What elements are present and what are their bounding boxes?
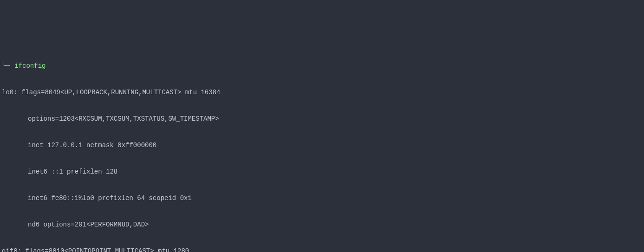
output-line: inet6 fe80::1%lo0 prefixlen 64 scopeid 0… [2,194,642,203]
terminal-output: └─ ifconfig lo0: flags=8049<UP,LOOPBACK,… [0,44,644,252]
output-line: gif0: flags=8010<POINTOPOINT,MULTICAST> … [2,247,642,252]
command-text: ifconfig [14,62,46,71]
spacer [11,62,14,71]
output-line: inet6 ::1 prefixlen 128 [2,168,642,176]
output-line: inet 127.0.0.1 netmask 0xff000000 [2,141,642,150]
output-line: nd6 options=201<PERFORMNUD,DAD> [2,220,642,229]
output-line: lo0: flags=8049<UP,LOOPBACK,RUNNING,MULT… [2,88,642,97]
prompt-line[interactable]: └─ ifconfig [2,62,642,71]
prompt-icon: └─ [2,62,10,71]
output-line: options=1203<RXCSUM,TXCSUM,TXSTATUS,SW_T… [2,115,642,123]
